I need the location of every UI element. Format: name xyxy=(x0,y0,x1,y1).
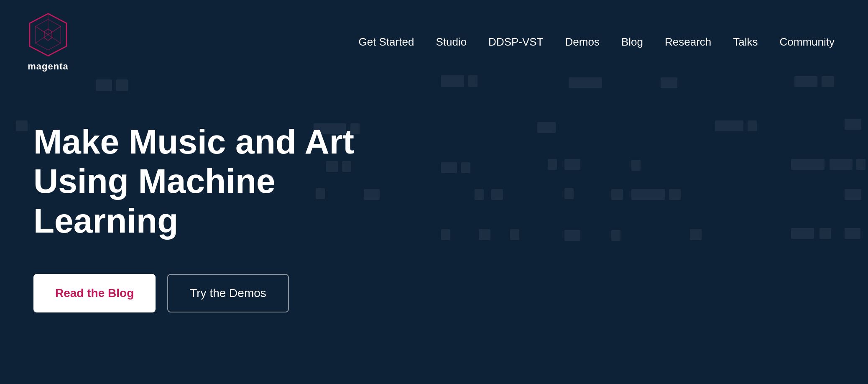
hero-buttons: Read the Blog Try the Demos xyxy=(33,274,868,312)
navbar: magenta Get Started Studio DDSP-VST Demo… xyxy=(0,0,868,72)
nav-blog[interactable]: Blog xyxy=(621,36,643,49)
hero-title-line2: Using Machine Learning xyxy=(33,162,276,239)
hero-section: Make Music and Art Using Machine Learnin… xyxy=(0,72,868,312)
logo-label: magenta xyxy=(28,61,68,72)
magenta-logo-icon xyxy=(25,12,71,58)
try-demos-button[interactable]: Try the Demos xyxy=(167,274,289,312)
nav-ddsp-vst[interactable]: DDSP-VST xyxy=(488,36,543,49)
nav-community[interactable]: Community xyxy=(780,36,835,49)
nav-links: Get Started Studio DDSP-VST Demos Blog R… xyxy=(358,36,835,49)
nav-talks[interactable]: Talks xyxy=(733,36,758,49)
nav-get-started[interactable]: Get Started xyxy=(358,36,414,49)
hero-title-line1: Make Music and Art xyxy=(33,123,354,161)
nav-research[interactable]: Research xyxy=(665,36,711,49)
read-blog-button[interactable]: Read the Blog xyxy=(33,274,156,312)
nav-demos[interactable]: Demos xyxy=(565,36,600,49)
nav-studio[interactable]: Studio xyxy=(436,36,467,49)
logo[interactable]: magenta xyxy=(25,12,71,72)
hero-title: Make Music and Art Using Machine Learnin… xyxy=(33,122,410,241)
